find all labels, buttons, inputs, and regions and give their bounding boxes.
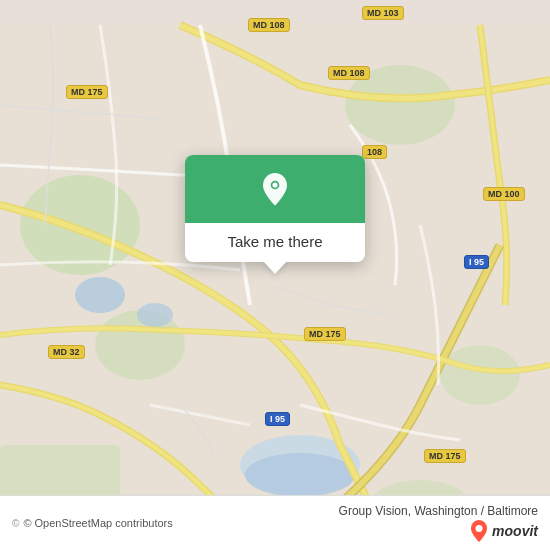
road-label-md32: MD 32 bbox=[48, 345, 85, 359]
svg-point-4 bbox=[440, 345, 520, 405]
location-title: Group Vision, Washington / Baltimore bbox=[339, 504, 538, 518]
svg-point-1 bbox=[20, 175, 140, 275]
bottom-bar-left: © © OpenStreetMap contributors bbox=[12, 517, 173, 529]
svg-point-9 bbox=[137, 303, 173, 327]
svg-point-13 bbox=[476, 525, 483, 532]
road-label-i95-bot: I 95 bbox=[265, 412, 290, 426]
road-label-md175-left: MD 175 bbox=[66, 85, 108, 99]
take-me-there-button[interactable]: Take me there bbox=[185, 223, 365, 262]
road-label-md108-top: MD 108 bbox=[248, 18, 290, 32]
svg-point-10 bbox=[245, 453, 355, 497]
map-background bbox=[0, 0, 550, 550]
bottom-bar: © © OpenStreetMap contributors Group Vis… bbox=[0, 495, 550, 550]
location-pin-icon bbox=[257, 173, 293, 209]
moovit-pin-icon bbox=[470, 520, 488, 542]
road-label-108: 108 bbox=[362, 145, 387, 159]
road-label-md103: MD 103 bbox=[362, 6, 404, 20]
road-label-i95-top: I 95 bbox=[464, 255, 489, 269]
map-container: MD 103 MD 108 MD 108 108 MD 175 MD 100 I… bbox=[0, 0, 550, 550]
road-label-md175-right: MD 175 bbox=[424, 449, 466, 463]
svg-point-8 bbox=[75, 277, 125, 313]
popup-icon-area bbox=[185, 155, 365, 223]
road-label-md100: MD 100 bbox=[483, 187, 525, 201]
svg-point-12 bbox=[272, 182, 277, 187]
location-popup[interactable]: Take me there bbox=[185, 155, 365, 262]
moovit-text: moovit bbox=[492, 523, 538, 539]
road-label-md108-mid: MD 108 bbox=[328, 66, 370, 80]
road-label-md175-mid: MD 175 bbox=[304, 327, 346, 341]
osm-copyright-icon: © bbox=[12, 518, 19, 529]
moovit-logo: moovit bbox=[470, 520, 538, 542]
osm-text: © OpenStreetMap contributors bbox=[23, 517, 172, 529]
